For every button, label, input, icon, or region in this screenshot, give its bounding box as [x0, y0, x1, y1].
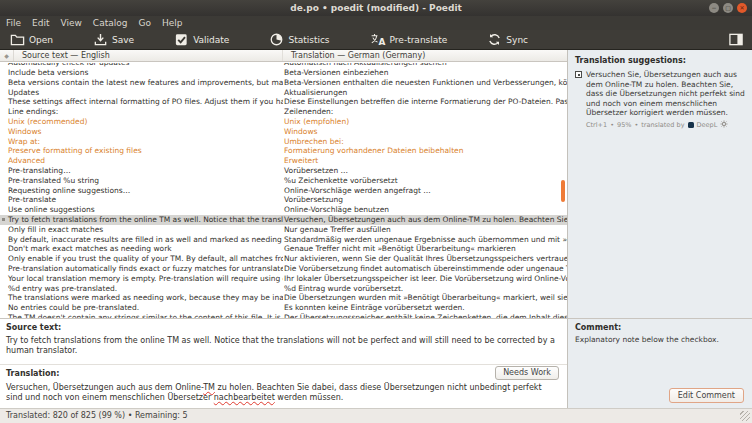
list-item-translation: Online-Vorschläge benutzen: [283, 205, 567, 215]
suggestion-settings-gear-icon[interactable]: [720, 120, 728, 130]
list-item[interactable]: %d entry was pre-translated.%d Eintrag w…: [0, 284, 567, 294]
menu-help[interactable]: Help: [162, 18, 183, 28]
list-item-translation: Standardmäßig werden ungenaue Ergebnisse…: [283, 235, 567, 245]
list-item-source: Only enable if you trust the quality of …: [0, 254, 283, 264]
toolbar: Open Save Validate Statistics A Pre-tran…: [0, 30, 752, 50]
edit-comment-button[interactable]: Edit Comment: [669, 388, 744, 403]
list-item-source: %d entry was pre-translated.: [0, 284, 283, 294]
list-item-translation: Vorübersetzung: [283, 195, 567, 205]
suggestion-attribution: translated by: [641, 121, 684, 129]
needs-work-button[interactable]: Needs Work: [495, 366, 559, 380]
translation-input[interactable]: Versuchen, Übersetzungen auch aus dem On…: [6, 383, 557, 403]
list-item-source: Try to fetch translations from the onlin…: [0, 215, 283, 225]
translation-column-header[interactable]: Translation — German (Germany): [283, 50, 567, 61]
list-item-source: Pre-translating…: [0, 166, 283, 176]
list-item[interactable]: Beta versions contain the latest new fea…: [0, 78, 567, 88]
list-item-translation: Vorübersetzen …: [283, 166, 567, 176]
marker-column-header[interactable]: ◆: [0, 50, 14, 61]
list-item[interactable]: No entries could be pre-translated.Es ko…: [0, 303, 567, 313]
comment-text: Explanatory note below the checkbox.: [575, 335, 746, 344]
list-item-translation: Es konnten keine Einträge vorübersetzt w…: [283, 303, 567, 313]
maximize-button[interactable]: ▢: [723, 3, 733, 13]
list-item-translation: %u Zeichenkette vorübersetzt: [283, 176, 567, 186]
list-item-translation: Beta-Versionen einbeziehen: [283, 68, 567, 78]
list-item[interactable]: Use online suggestionsOnline-Vorschläge …: [0, 205, 567, 215]
list-item-source: Pre-translated %u string: [0, 176, 283, 186]
list-item[interactable]: AdvancedErweitert: [0, 156, 567, 166]
list-item[interactable]: These settings affect internal formattin…: [0, 97, 567, 107]
list-item[interactable]: Pre-translating…Vorübersetzen …: [0, 166, 567, 176]
pre-translate-button[interactable]: A Pre-translate: [370, 32, 448, 47]
save-button[interactable]: Save: [93, 32, 134, 47]
sidebar-toggle-button[interactable]: [728, 32, 744, 51]
list-item-source: Requesting online suggestions…: [0, 186, 283, 196]
statusbar-text: Translated: 820 of 825 (99 %) • Remainin…: [6, 411, 188, 420]
list-item[interactable]: Include beta versionsBeta-Versionen einb…: [0, 68, 567, 78]
list-item[interactable]: UpdatesAktualisierungen: [0, 88, 567, 98]
list-item-translation: Die Vorübersetzung findet automatisch üb…: [283, 264, 567, 274]
list-item[interactable]: Line endings:Zeilenenden:: [0, 107, 567, 117]
list-item-translation: Windows: [283, 127, 567, 137]
source-text-view[interactable]: Try to fetch translations from the onlin…: [6, 336, 557, 356]
window-title: de.po • poedit (modified) - Poedit: [290, 3, 462, 13]
list-item-source: Windows: [0, 127, 283, 137]
menu-file[interactable]: File: [6, 18, 21, 28]
suggestion-checkbox-icon: [575, 71, 582, 78]
validate-check-icon: [174, 32, 189, 47]
list-item[interactable]: Don't mark exact matches as needing work…: [0, 244, 567, 254]
list-item[interactable]: The translations were marked as needing …: [0, 293, 567, 303]
list-item[interactable]: Pre-translation automatically finds exac…: [0, 264, 567, 274]
suggestion-item[interactable]: Versuchen Sie, Übersetzungen auch aus de…: [575, 70, 746, 118]
list-item[interactable]: WindowsWindows: [0, 127, 567, 137]
menu-edit[interactable]: Edit: [32, 18, 49, 28]
list-item-translation: Genaue Treffer nicht mit »Benötigt Übera…: [283, 244, 567, 254]
list-item[interactable]: By default, inaccurate results are fille…: [0, 235, 567, 245]
validate-button[interactable]: Validate: [174, 32, 229, 47]
list-item[interactable]: Your local translation memory is empty. …: [0, 274, 567, 284]
list-item-translation: Versuchen, Übersetzungen auch aus dem On…: [283, 215, 567, 225]
list-item[interactable]: Unix (recommended)Unix (empfohlen): [0, 117, 567, 127]
open-folder-icon: [10, 32, 25, 47]
list-item[interactable]: Pre-translateVorübersetzung: [0, 195, 567, 205]
minimize-button[interactable]: −: [709, 3, 719, 13]
list-item-translation: Nur genaue Treffer ausfüllen: [283, 225, 567, 235]
menu-go[interactable]: Go: [138, 18, 150, 28]
editor-divider: [0, 364, 567, 365]
list-item-source: Pre-translate: [0, 195, 283, 205]
statistics-button[interactable]: Statistics: [269, 32, 329, 47]
list-item[interactable]: Preserve formatting of existing filesFor…: [0, 146, 567, 156]
list-scrollbar-thumb[interactable]: [561, 180, 565, 202]
menu-catalog[interactable]: Catalog: [93, 18, 128, 28]
list-item-translation: Online-Vorschläge werden angefragt …: [283, 186, 567, 196]
list-item-source: By default, inaccurate results are fille…: [0, 235, 283, 245]
list-item[interactable]: Only fill in exact matchesNur genaue Tre…: [0, 225, 567, 235]
sync-arrows-icon: [487, 32, 502, 47]
list-item-translation: %d Eintrag wurde vorübersetzt.: [283, 284, 567, 294]
open-button[interactable]: Open: [10, 32, 53, 47]
translation-list: ◆ Source text — English Translation — Ge…: [0, 50, 567, 408]
source-column-header[interactable]: Source text — English: [14, 50, 283, 61]
list-item[interactable]: Pre-translated %u string%u Zeichenkette …: [0, 176, 567, 186]
sync-button[interactable]: Sync: [487, 32, 528, 47]
list-item-translation: Formatierung vorhandener Dateien beibeha…: [283, 146, 567, 156]
list-item-source: Pre-translation automatically finds exac…: [0, 264, 283, 274]
close-button[interactable]: ✕: [737, 3, 747, 13]
list-item[interactable]: Only enable if you trust the quality of …: [0, 254, 567, 264]
list-item-source: Use online suggestions: [0, 205, 283, 215]
suggestions-title: Translation suggestions:: [575, 56, 686, 65]
menu-view[interactable]: View: [61, 18, 82, 28]
resize-grip[interactable]: [740, 411, 750, 421]
list-item-source: No entries could be pre-translated.: [0, 303, 283, 313]
list-item-source: Updates: [0, 88, 283, 98]
list-item[interactable]: Requesting online suggestions…Online-Vor…: [0, 186, 567, 196]
list-item-source: Include beta versions: [0, 68, 283, 78]
list-item-source: These settings affect internal formattin…: [0, 97, 283, 107]
list-item-translation: Aktualisierungen: [283, 88, 567, 98]
titlebar: de.po • poedit (modified) - Poedit − ▢ ✕: [0, 0, 752, 16]
list-item[interactable]: Wrap at:Umbrechen bei:: [0, 137, 567, 147]
list-item-source: Don't mark exact matches as needing work: [0, 244, 283, 254]
window-controls: − ▢ ✕: [709, 3, 747, 13]
save-icon: [93, 32, 108, 47]
list-item[interactable]: Try to fetch translations from the onlin…: [0, 215, 567, 225]
list-item-source: Beta versions contain the latest new fea…: [0, 78, 283, 88]
